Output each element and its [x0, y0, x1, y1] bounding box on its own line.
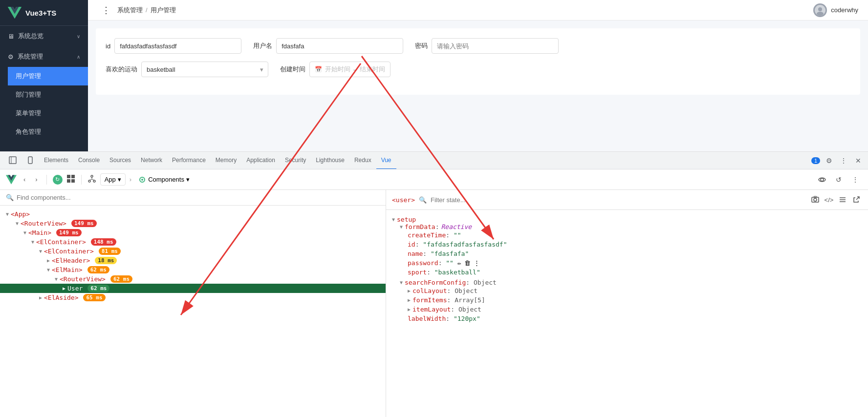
tree-expand-elcontainer2[interactable]: ▼ [39, 249, 42, 254]
tree-expand-routerview2[interactable]: ▼ [55, 276, 58, 282]
formdata-toggle[interactable]: ▼ formData : Reactive [400, 223, 862, 230]
menu-button[interactable]: ⋮ [98, 3, 114, 18]
collayout-row[interactable]: ▶ colLayout : Object [408, 286, 862, 295]
tree-expand-elcontainer1[interactable]: ▼ [31, 239, 34, 245]
password-state-value: "" [446, 259, 454, 267]
form-row-2: 喜欢的运动 basketball 创建时间 📅 开始时间 – [106, 62, 850, 77]
tree-item-elaside[interactable]: ▶ <ElAside> 65 ms [0, 293, 386, 302]
breadcrumb-sep: › [130, 176, 131, 183]
breadcrumb-system[interactable]: 系统管理 [117, 6, 143, 15]
formitems-triangle[interactable]: ▶ [408, 297, 411, 303]
tab-device[interactable] [22, 152, 39, 169]
itemlayout-triangle[interactable]: ▶ [408, 307, 411, 312]
tree-item-elcontainer2[interactable]: ▼ <ElContainer> 81 ms [0, 247, 386, 256]
tree-expand-routerview1[interactable]: ▼ [16, 221, 19, 226]
back-button[interactable]: ‹ [21, 174, 28, 185]
sidebar-item-role-management[interactable]: 角色管理 [8, 123, 88, 141]
tree-expand-elaside[interactable]: ▶ [39, 295, 42, 300]
collayout-triangle[interactable]: ▶ [408, 288, 411, 293]
tree-expand-app[interactable]: ▼ [6, 211, 9, 217]
itemlayout-row[interactable]: ▶ itemLayout : Object [408, 305, 862, 314]
eye-icon[interactable] [815, 173, 829, 187]
tab-redux[interactable]: Redux [349, 152, 376, 169]
component-tree-icon[interactable] [87, 174, 96, 185]
date-range-input[interactable]: 📅 开始时间 – 结束时间 [309, 62, 391, 77]
tab-memory[interactable]: Memory [211, 152, 241, 169]
tree-item-elmain[interactable]: ▼ <ElMain> 62 ms [0, 265, 386, 274]
tab-inspect[interactable] [4, 152, 22, 169]
tree-item-elheader[interactable]: ▶ <ElHeader> 18 ms [0, 256, 386, 265]
sidebar-item-dept-management[interactable]: 部门管理 [8, 85, 88, 104]
id-input[interactable] [114, 38, 241, 54]
tree-expand-elheader[interactable]: ▶ [47, 258, 50, 263]
state-filter-input[interactable] [431, 196, 805, 204]
svg-rect-8 [67, 179, 70, 183]
grid-icon[interactable] [66, 174, 75, 185]
state-action-icons: </> [809, 194, 862, 206]
sport-state-row: sport : "basketball" [408, 268, 862, 277]
breadcrumb-current: 用户管理 [151, 6, 176, 15]
tab-sources[interactable]: Sources [105, 152, 136, 169]
tree-item-app[interactable]: ▼ <App> [0, 209, 386, 219]
searchformconfig-toggle[interactable]: ▼ searchFormConfig : Object [400, 279, 862, 286]
username-input[interactable] [276, 38, 403, 54]
timing-elheader: 18 ms [95, 257, 117, 264]
open-in-editor-icon[interactable] [850, 194, 862, 206]
tab-network[interactable]: Network [136, 152, 167, 169]
sidebar-item-user-management[interactable]: 用户管理 [8, 67, 88, 85]
sidebar-item-menu-management[interactable]: 菜单管理 [8, 104, 88, 123]
password-input[interactable] [432, 38, 559, 54]
component-tree: ▼ <App> ▼ <RouterView> 149 ms ▼ <Mai [0, 206, 386, 417]
setup-triangle[interactable]: ▼ [392, 217, 395, 222]
tree-expand-main[interactable]: ▼ [23, 230, 26, 235]
more-options-icon[interactable]: ⋮ [838, 155, 849, 167]
component-search-input[interactable] [17, 194, 380, 201]
list-icon[interactable] [837, 194, 848, 206]
tree-item-elcontainer1[interactable]: ▼ <ElContainer> 148 ms [0, 237, 386, 247]
tab-console[interactable]: Console [73, 152, 105, 169]
more-icon[interactable]: ⋮ [848, 173, 862, 187]
formdata-triangle[interactable]: ▼ [400, 224, 403, 229]
tree-expand-user[interactable]: ▶ [63, 286, 65, 291]
sidebar-item-system-overview[interactable]: 🖥 系统总览 ∨ [0, 26, 88, 46]
tree-item-user[interactable]: ▶ User 62 ms [0, 284, 386, 293]
svg-rect-3 [9, 157, 16, 164]
close-devtools-icon[interactable]: ✕ [852, 155, 864, 167]
router-icon[interactable]: ↻ [53, 175, 63, 185]
sport-state-key: sport [408, 269, 427, 276]
components-selector[interactable]: Components ▾ [135, 174, 193, 186]
forward-button[interactable]: › [32, 174, 40, 185]
timing-elmain: 62 ms [87, 266, 109, 273]
more-state-icon[interactable]: ⋮ [474, 259, 480, 267]
edit-icon[interactable]: ✏️ [457, 259, 461, 267]
tab-security[interactable]: Security [280, 152, 311, 169]
screenshot-icon[interactable] [809, 194, 821, 206]
refresh-icon[interactable]: ↺ [832, 173, 846, 187]
searchformconfig-triangle[interactable]: ▼ [400, 280, 403, 285]
sidebar: Vue3+TS 🖥 系统总览 ∨ ⚙ 系统管理 ∧ 用户管理 [0, 0, 88, 151]
sport-select[interactable]: basketball [141, 62, 268, 77]
tab-application[interactable]: Application [241, 152, 280, 169]
state-component-tag: <user> [392, 196, 415, 204]
settings-icon[interactable]: ⚙ [823, 155, 835, 167]
devtools-body: 🔍 ▼ <App> ▼ <RouterView> 149 ms [0, 190, 868, 417]
app-selector[interactable]: App ▾ [100, 173, 126, 186]
tab-lighthouse[interactable]: Lighthouse [311, 152, 349, 169]
toolbar-divider-1 [46, 175, 47, 185]
toolbar-right: ↺ ⋮ [815, 173, 862, 187]
tab-performance[interactable]: Performance [167, 152, 211, 169]
formitems-row[interactable]: ▶ formItems : Array[5] [408, 295, 862, 305]
searchformconfig-children: ▶ colLayout : Object ▶ formItems : Arr [408, 286, 862, 323]
delete-icon[interactable]: 🗑 [464, 259, 471, 267]
sidebar-item-system-management[interactable]: ⚙ 系统管理 ∧ [0, 46, 88, 67]
component-name-elcontainer1: <ElContainer> [36, 238, 86, 246]
app-title: Vue3+TS [25, 9, 56, 17]
code-icon[interactable]: </> [823, 194, 835, 206]
tree-item-routerview-1[interactable]: ▼ <RouterView> 149 ms [0, 219, 386, 228]
state-setup-toggle[interactable]: ▼ setup [392, 216, 862, 223]
tree-item-routerview2[interactable]: ▼ <RouterView> 62 ms [0, 274, 386, 284]
tab-vue[interactable]: Vue [376, 152, 396, 169]
tree-item-main[interactable]: ▼ <Main> 149 ms [0, 228, 386, 237]
tab-elements[interactable]: Elements [39, 152, 73, 169]
tree-expand-elmain[interactable]: ▼ [47, 267, 50, 272]
